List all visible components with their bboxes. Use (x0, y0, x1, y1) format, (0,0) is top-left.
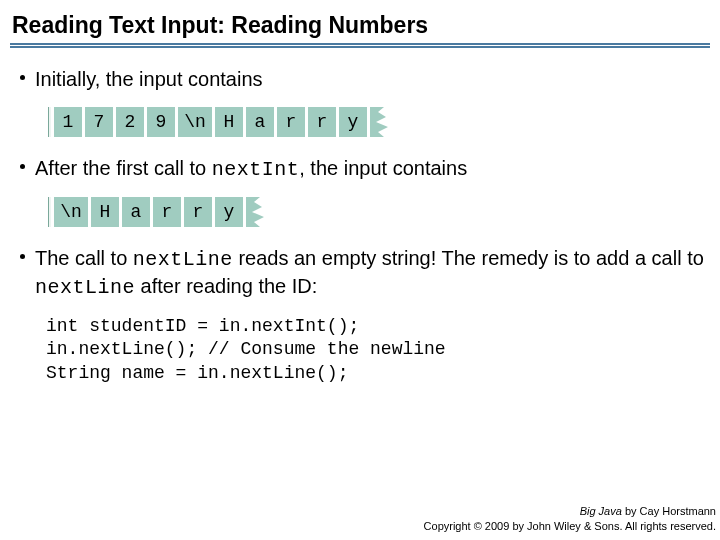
char-tile: H (91, 197, 119, 227)
bullet-1-text: Initially, the input contains (35, 66, 263, 93)
char-tile: 7 (85, 107, 113, 137)
title-rule (10, 43, 710, 48)
b3-code1: nextLine (133, 248, 233, 271)
b2-code: nextInt (212, 158, 300, 181)
char-tile: y (339, 107, 367, 137)
input-tiles-1: 1729\nHarry (48, 107, 710, 137)
char-tile: a (246, 107, 274, 137)
bullet-3-text: The call to nextLine reads an empty stri… (35, 245, 710, 301)
char-tile: r (277, 107, 305, 137)
char-tile: H (215, 107, 243, 137)
footer-by: by Cay Horstmann (622, 505, 716, 517)
char-tile: r (184, 197, 212, 227)
input-tiles-2: \nHarry (48, 197, 710, 227)
footer-copyright: Copyright © 2009 by John Wiley & Sons. A… (424, 520, 716, 532)
b3-code2: nextLine (35, 276, 135, 299)
bullet-3: The call to nextLine reads an empty stri… (14, 245, 710, 301)
footer: Big Java by Cay Horstmann Copyright © 20… (424, 504, 716, 534)
char-tile: 9 (147, 107, 175, 137)
bullet-dot (20, 75, 25, 80)
torn-edge-icon (246, 197, 266, 227)
char-tile: 1 (54, 107, 82, 137)
char-tile: \n (54, 197, 88, 227)
cursor-bar (48, 107, 51, 137)
bullet-dot (20, 164, 25, 169)
char-tile: a (122, 197, 150, 227)
bullet-2-text: After the first call to nextInt, the inp… (35, 155, 467, 183)
char-tile: \n (178, 107, 212, 137)
char-tile: r (153, 197, 181, 227)
char-tile: r (308, 107, 336, 137)
char-tile: y (215, 197, 243, 227)
char-tile: 2 (116, 107, 144, 137)
b3-pre: The call to (35, 247, 133, 269)
b3-mid: reads an empty string! The remedy is to … (233, 247, 704, 269)
cursor-bar (48, 197, 51, 227)
page-title: Reading Text Input: Reading Numbers (10, 12, 710, 43)
bullet-dot (20, 254, 25, 259)
bullet-2: After the first call to nextInt, the inp… (14, 155, 710, 183)
code-block: int studentID = in.nextInt(); in.nextLin… (46, 315, 710, 385)
footer-book: Big Java (580, 505, 622, 517)
b2-pre: After the first call to (35, 157, 212, 179)
bullet-1: Initially, the input contains (14, 66, 710, 93)
torn-edge-icon (370, 107, 390, 137)
b3-post: after reading the ID: (135, 275, 317, 297)
b2-post: , the input contains (299, 157, 467, 179)
